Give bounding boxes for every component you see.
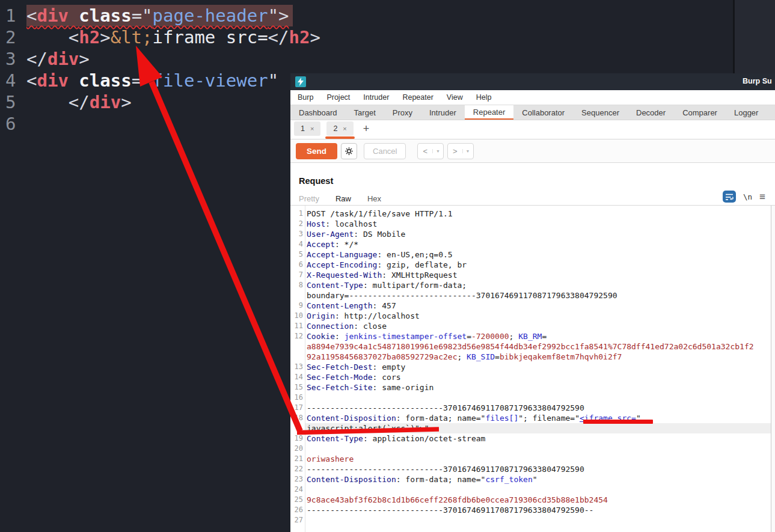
window-title: Burp Su — [743, 77, 772, 85]
request-line-number: 11 — [290, 321, 303, 331]
cancel-button[interactable]: Cancel — [364, 143, 406, 159]
code-token: < — [26, 70, 37, 91]
request-line-text: Sec-Fetch-Mode: cors — [307, 372, 401, 382]
burp-menubar: BurpProjectIntruderRepeaterViewHelp — [290, 90, 775, 105]
menu-item-intruder[interactable]: Intruder — [357, 93, 396, 102]
request-token: : form-data; name=" — [396, 475, 486, 484]
back-dropdown-icon[interactable]: ▼ — [432, 149, 443, 153]
tab-repeater[interactable]: Repeater — [465, 105, 513, 120]
request-line-text: Content-Type: multipart/form-data; — [307, 280, 467, 290]
request-token: : empty — [373, 362, 406, 371]
request-token: KB_SID — [467, 352, 495, 361]
history-forward-button[interactable]: > ▼ — [447, 143, 474, 159]
request-line-number: 20 — [290, 444, 303, 454]
code-token: </ — [26, 49, 47, 69]
request-token: Sec-Fetch-Dest — [307, 362, 373, 371]
request-scrollbar[interactable] — [771, 206, 775, 532]
request-token: Content-Disposition — [307, 475, 396, 484]
word-wrap-icon[interactable] — [723, 191, 736, 203]
request-token: javascript:alert(`xss`)">" — [307, 424, 429, 433]
view-tab-raw[interactable]: Raw — [335, 194, 351, 203]
request-token: : close — [354, 322, 387, 331]
gear-icon — [345, 147, 354, 156]
settings-gear-button[interactable] — [341, 143, 357, 159]
request-line: 21oriwashere — [290, 454, 771, 464]
tab-intruder[interactable]: Intruder — [421, 105, 465, 120]
request-line-number: 23 — [290, 474, 303, 485]
history-back-button[interactable]: < ▼ — [417, 143, 444, 159]
tab-logger[interactable]: Logger — [726, 105, 767, 120]
close-icon[interactable]: × — [343, 125, 346, 132]
repeater-tab-1[interactable]: 1× — [294, 121, 320, 136]
request-line-number: 12 — [290, 331, 303, 341]
menu-item-view[interactable]: View — [440, 93, 470, 102]
request-token: oriwashere — [307, 454, 354, 463]
request-line-number: 24 — [290, 485, 303, 495]
view-tab-pretty[interactable]: Pretty — [299, 194, 319, 203]
request-token: POST /task/1/file/save HTTP/1.1 — [307, 209, 453, 218]
request-token: : application/octet-stream — [363, 434, 486, 443]
request-line-number: 21 — [290, 454, 303, 464]
request-line-number: 2 — [290, 219, 303, 229]
request-token: : DS Mobile — [354, 230, 405, 239]
line-number: 1 — [0, 5, 22, 26]
tab-proxy[interactable]: Proxy — [384, 105, 421, 120]
request-raw-view[interactable]: 1POST /task/1/file/save HTTP/1.12Host: l… — [290, 206, 771, 532]
show-newlines-icon[interactable]: \n — [743, 192, 752, 201]
repeater-tab-label: 2 — [333, 124, 337, 133]
menu-item-repeater[interactable]: Repeater — [396, 93, 440, 102]
new-repeater-tab-button[interactable]: + — [360, 123, 373, 135]
forward-dropdown-icon[interactable]: ▼ — [462, 149, 473, 153]
tab-collaborator[interactable]: Collaborator — [513, 105, 573, 120]
request-token: Accept — [307, 240, 335, 249]
request-token: = — [495, 352, 500, 361]
request-line: 11Connection: close — [290, 321, 771, 331]
request-line: 17-----------------------------370167469… — [290, 403, 771, 413]
view-tab-hex[interactable]: Hex — [367, 194, 381, 203]
request-token: Connection — [307, 322, 354, 331]
tab-target[interactable]: Target — [346, 105, 384, 120]
repeater-tab-2[interactable]: 2× — [326, 121, 353, 136]
request-token: = — [542, 332, 547, 341]
request-token: <iframe src= — [580, 414, 636, 423]
request-line-text: -----------------------------37016746911… — [307, 505, 593, 515]
request-token: Accept-Encoding — [307, 260, 377, 269]
request-token: Host — [307, 219, 325, 228]
tab-dashboard[interactable]: Dashboard — [290, 105, 346, 120]
tab-comparer[interactable]: Comparer — [674, 105, 726, 120]
request-token: : cors — [373, 373, 401, 382]
request-line-text: User-Agent: DS Mobile — [307, 229, 405, 239]
burp-titlebar[interactable]: Burp Su — [290, 73, 775, 90]
line-number: 3 — [0, 48, 22, 70]
code-text: <div class="file-viewer" — [26, 70, 278, 91]
hamburger-menu-icon[interactable]: ≡ — [759, 192, 765, 202]
repeater-tab-strip: 1×2× + — [290, 120, 775, 139]
request-line-number: 9 — [290, 301, 303, 311]
menu-item-burp[interactable]: Burp — [291, 93, 320, 102]
request-line-number: 4 — [290, 239, 303, 249]
request-line-number: 17 — [290, 403, 303, 413]
menu-item-project[interactable]: Project — [320, 93, 357, 102]
code-token: > — [310, 27, 320, 47]
request-token: Accept-Language — [307, 250, 377, 259]
request-line: javascript:alert(`xss`)">" — [290, 423, 771, 433]
request-view-tabs: PrettyRawHex — [299, 192, 381, 205]
request-line-text: oriwashere — [307, 454, 354, 464]
request-line: 8Content-Type: multipart/form-data; — [290, 280, 771, 290]
close-icon[interactable]: × — [310, 125, 314, 132]
request-line-text: Content-Type: application/octet-stream — [307, 433, 485, 444]
send-button[interactable]: Send — [296, 143, 337, 159]
tab-sequencer[interactable]: Sequencer — [573, 105, 628, 120]
request-token: ; — [509, 332, 519, 341]
request-line-text: -----------------------------37016746911… — [307, 403, 584, 413]
menu-item-help[interactable]: Help — [470, 93, 498, 102]
request-token: : same-origin — [373, 383, 434, 392]
request-line-text: Connection: close — [307, 321, 387, 331]
forward-chevron-icon: > — [448, 147, 462, 156]
repeater-toolbar: Send Cancel < ▼ > ▼ — [290, 139, 775, 163]
request-line: 7X-Requested-With: XMLHttpRequest — [290, 270, 771, 280]
request-token: X-Requested-With — [307, 271, 382, 280]
request-line-text: Sec-Fetch-Dest: empty — [307, 362, 405, 372]
tab-decoder[interactable]: Decoder — [628, 105, 674, 120]
code-token: &lt; — [111, 27, 153, 47]
